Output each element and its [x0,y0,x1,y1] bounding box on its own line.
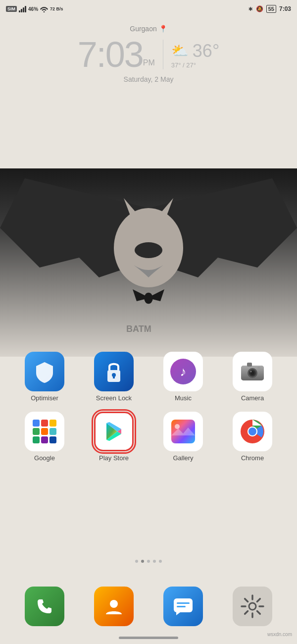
app-optimiser[interactable]: Optimiser [17,352,72,402]
google-icon[interactable] [25,412,64,451]
svg-point-28 [249,603,256,610]
dock-settings[interactable] [225,587,280,629]
contacts-icon[interactable] [94,587,134,626]
page-dots [0,560,297,563]
weather-icon: ⛅ [171,43,189,59]
svg-point-0 [44,11,45,12]
google-label: Google [34,454,55,462]
temperature-range: 37° / 27° [171,61,219,69]
gallery-label: Gallery [173,454,193,462]
svg-point-15 [250,371,252,373]
play-store-label: Play Store [99,454,129,462]
app-play-store[interactable]: Play Store [87,412,141,462]
time-weather-row: 7:03 PM ⛅ 36° 37° / 27° [0,37,297,72]
page-dot-2[interactable] [141,560,144,563]
music-label: Music [175,394,192,402]
status-bar: SIM 46% 72 B/s ∗ 🔕 55 7:03 [0,0,297,18]
svg-point-24 [110,600,118,608]
app-google[interactable]: Google [17,412,72,462]
page-dot-4[interactable] [153,560,156,563]
weather-block: ⛅ 36° 37° / 27° [171,41,219,69]
app-gallery[interactable]: Gallery [156,412,210,462]
chrome-icon[interactable] [233,412,272,451]
svg-rect-8 [113,376,115,378]
phone-icon[interactable] [25,587,64,626]
network-speed: 72 B/s [50,6,63,11]
signal-bars [19,5,26,12]
watermark: wsxdn.com [267,632,292,637]
messages-icon[interactable] [163,587,203,626]
app-screen-lock[interactable]: Screen Lock [87,352,141,402]
sim-label: SIM [6,6,17,12]
app-camera[interactable]: Camera [225,352,280,402]
temperature-main: 36° [193,41,219,61]
time-weather-divider [163,40,163,69]
play-store-icon[interactable] [94,412,134,451]
camera-label: Camera [241,394,264,402]
chrome-label: Chrome [241,454,264,462]
clock-area: Gurgaon 📍 7:03 PM ⛅ 36° 37° / 27° Saturd… [0,25,297,83]
music-circle: ♪ [170,359,196,384]
bottom-dock [0,587,297,629]
app-row-2: Google Pl [10,412,287,462]
mute-icon: 🔕 [256,5,263,12]
svg-rect-25 [174,598,193,612]
home-bar[interactable] [119,637,178,639]
svg-point-18 [175,424,180,429]
app-chrome[interactable]: Chrome [225,412,280,462]
status-right: ∗ 🔕 55 7:03 [248,5,291,13]
batman-wallpaper: BATM [0,168,297,357]
clock-display: 7:03 [78,37,143,72]
page-dot-5[interactable] [159,560,162,563]
date-row: Saturday, 2 May [0,75,297,83]
svg-point-23 [248,428,256,435]
svg-rect-11 [247,363,252,367]
music-icon[interactable]: ♪ [163,352,203,391]
page-dot-3[interactable] [147,560,150,563]
page-dot-1[interactable] [135,560,138,563]
status-left: SIM 46% 72 B/s [6,5,63,12]
battery-indicator: 55 [266,5,276,13]
gallery-icon[interactable] [163,412,203,451]
dock-contacts[interactable] [87,587,141,629]
google-grid [33,420,56,443]
svg-text:BATM: BATM [126,324,151,334]
app-music[interactable]: ♪ Music [156,352,210,402]
app-grid: Optimiser Screen Lock ♪ Music [0,352,297,472]
svg-rect-27 [177,606,186,607]
wifi-icon [40,5,48,12]
app-row-1: Optimiser Screen Lock ♪ Music [10,352,287,402]
location-row: Gurgaon 📍 [0,25,297,33]
svg-point-4 [144,293,153,304]
bluetooth-icon: ∗ [248,5,253,12]
ampm-label: PM [143,58,155,67]
location-icon: 📍 [159,25,167,33]
optimiser-label: Optimiser [31,394,58,402]
dock-messages[interactable] [156,587,210,629]
svg-point-16 [257,367,260,370]
music-note-icon: ♪ [180,364,187,379]
screen-lock-icon[interactable] [94,352,134,391]
dock-phone[interactable] [17,587,72,629]
settings-icon[interactable] [233,587,272,626]
optimiser-icon[interactable] [25,352,64,391]
status-time: 7:03 [279,5,291,12]
svg-rect-26 [177,602,190,604]
screen-lock-label: Screen Lock [96,394,132,402]
camera-icon[interactable] [233,352,272,391]
signal-strength: 46% [28,6,38,12]
city-name: Gurgaon [130,25,156,33]
